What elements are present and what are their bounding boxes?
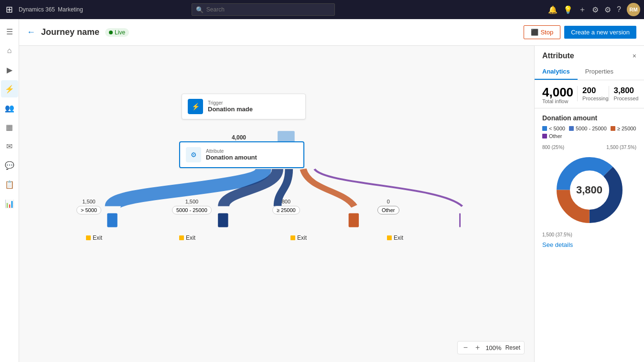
live-dot-icon	[109, 31, 113, 34]
search-input[interactable]	[206, 6, 331, 13]
sidebar-item-journey[interactable]: ⚡	[1, 80, 18, 97]
branch-2: 1,500 5000 - 25000	[172, 199, 212, 214]
search-bar[interactable]: 🔍	[192, 3, 335, 16]
tab-analytics[interactable]: Analytics	[535, 64, 578, 80]
inflow-section: 4,000 Total inflow 200 Processing 3,800 …	[535, 80, 644, 108]
main-area: ← Journey name Live ⬛ Stop Create a new …	[19, 19, 644, 362]
exit-node-4: Exit	[387, 234, 403, 241]
exit-node-1: Exit	[86, 234, 102, 241]
exit-icon-1	[86, 235, 91, 240]
sidebar-item-menu[interactable]: ☰	[1, 23, 18, 40]
avatar[interactable]: RM	[627, 3, 640, 16]
panel-close-button[interactable]: ×	[633, 52, 636, 60]
legend-item-ge25000: ≥ 25000	[611, 126, 636, 131]
donut-bottom-label: 1,500 (37.5%)	[542, 232, 636, 237]
search-icon: 🔍	[196, 6, 204, 13]
sidebar-item-contacts[interactable]: 👥	[1, 99, 18, 117]
exit-node-2: Exit	[179, 234, 195, 241]
total-inflow-number: 4,000	[542, 86, 573, 98]
exit-tag-3: Exit	[290, 234, 307, 241]
legend-label-other: Other	[549, 133, 562, 139]
module-name: Marketing	[58, 6, 83, 13]
sidebar-item-home[interactable]: ⌂	[1, 42, 18, 59]
sidebar-item-messages[interactable]: 💬	[1, 157, 18, 174]
branch-4-count: 0	[377, 199, 399, 204]
sidebar-item-analytics[interactable]: 📊	[1, 195, 18, 212]
donut-label-topright: 1,500 (37.5%)	[606, 145, 636, 150]
help-icon[interactable]: ?	[617, 5, 621, 14]
exit-label-2: Exit	[186, 234, 195, 241]
attribute-type-label: Attribute	[206, 149, 257, 154]
nav-icons: 🔔 💡 ＋ ⚙ ⚙ ? RM	[548, 3, 640, 16]
attribute-name-label: Donation amount	[206, 154, 257, 161]
legend-color-lt5000	[542, 126, 547, 131]
exit-tag-1: Exit	[86, 234, 102, 241]
stop-button[interactable]: ⬛ Stop	[524, 25, 560, 39]
panel-title: Attribute	[542, 52, 574, 60]
zoom-controls: − + 100% Reset	[457, 341, 525, 354]
sidebar-item-email[interactable]: ✉	[1, 138, 18, 155]
tab-properties[interactable]: Properties	[578, 64, 621, 80]
branch-4: 0 Other	[377, 199, 399, 214]
sidebar-item-forms[interactable]: 📋	[1, 176, 18, 193]
zoom-reset-button[interactable]: Reset	[505, 344, 520, 351]
back-button[interactable]: ←	[27, 27, 35, 37]
zoom-in-button[interactable]: +	[473, 343, 482, 352]
legend-item-5000-25000: 5000 - 25000	[569, 126, 607, 131]
sidebar-item-segments[interactable]: ▦	[1, 118, 18, 136]
exit-icon-3	[290, 235, 295, 240]
legend-color-other	[542, 134, 547, 138]
attribute-node[interactable]: ⚙ Attribute Donation amount	[179, 141, 304, 168]
panel-body: Donation amount < 5000 5000 - 25000 ≥ 25…	[535, 108, 644, 362]
legend-label-ge25000: ≥ 25000	[617, 126, 636, 131]
processed-number: 3,800	[614, 86, 639, 96]
trigger-node[interactable]: ⚡ Trigger Donation made	[182, 94, 306, 119]
attribute-node-content: Attribute Donation amount	[206, 149, 257, 161]
processed-stat: 3,800 Processed	[609, 86, 639, 101]
attribute-icon: ⚙	[186, 147, 201, 162]
see-details-link[interactable]: See details	[542, 241, 636, 248]
lightbulb-icon[interactable]: 💡	[563, 5, 573, 14]
legend-color-ge25000	[611, 126, 615, 131]
exit-label-4: Exit	[394, 234, 403, 241]
stop-label: Stop	[540, 29, 553, 36]
chart-legend: < 5000 5000 - 25000 ≥ 25000 Other	[542, 126, 636, 139]
brand: Dynamics 365 Marketing	[19, 6, 83, 13]
processing-stat: 200 Processing	[577, 86, 608, 101]
svg-rect-5	[460, 213, 461, 227]
legend-label-5000-25000: 5000 - 25000	[576, 126, 607, 131]
right-panel: Attribute × Analytics Properties 4,000 T…	[534, 46, 644, 362]
trigger-type-label: Trigger	[208, 100, 253, 106]
svg-rect-4	[349, 213, 359, 227]
page-title: Journey name	[41, 27, 99, 37]
branch-4-label: Other	[377, 206, 399, 214]
exit-label-1: Exit	[93, 234, 102, 241]
trigger-icon: ⚡	[188, 99, 203, 114]
exit-label-3: Exit	[297, 234, 307, 241]
branch-2-label: 5000 - 25000	[172, 206, 212, 214]
exit-tag-2: Exit	[179, 234, 195, 241]
zoom-level-label: 100%	[485, 344, 501, 351]
svg-rect-2	[107, 213, 117, 227]
inflow-stats: 200 Processing 3,800 Processed	[577, 86, 638, 101]
branch-3: 800 ≥ 25000	[272, 199, 300, 214]
live-badge: Live	[105, 28, 129, 37]
trigger-node-content: Trigger Donation made	[208, 100, 253, 113]
filter-icon[interactable]: ⚙	[592, 5, 599, 14]
create-version-button[interactable]: Create a new version	[564, 26, 636, 39]
processing-label: Processing	[582, 96, 608, 101]
settings-icon[interactable]: ⚙	[604, 5, 611, 14]
apps-icon[interactable]: ⊞	[4, 2, 15, 17]
zoom-out-button[interactable]: −	[462, 343, 470, 352]
branch-1-count: 1,500	[76, 199, 101, 204]
add-icon[interactable]: ＋	[579, 5, 586, 15]
exit-tag-4: Exit	[387, 234, 403, 241]
notification-icon[interactable]: 🔔	[548, 5, 558, 14]
panel-header: Attribute ×	[535, 46, 644, 60]
exit-node-3: Exit	[290, 234, 307, 241]
sidebar-item-recent[interactable]: ▶	[1, 61, 18, 78]
branch-1: 1,500 > 5000	[76, 199, 101, 214]
sub-header: ← Journey name Live ⬛ Stop Create a new …	[19, 19, 644, 46]
svg-rect-3	[218, 213, 228, 227]
flow-count-label: 4,000	[232, 134, 246, 141]
